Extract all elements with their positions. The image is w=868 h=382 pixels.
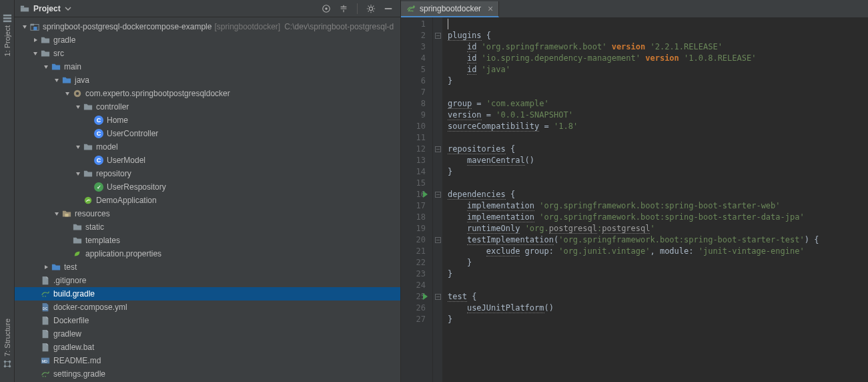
tree-demoapp[interactable]: DemoApplication <box>15 194 400 207</box>
code-line[interactable]: version = '0.0.1-SNAPSHOT' <box>448 110 868 121</box>
line-number[interactable]: 8 <box>404 98 426 110</box>
line-number[interactable]: 2 <box>404 30 426 41</box>
tree-package[interactable]: com.experto.springbootpostgresqldocker <box>15 87 400 100</box>
line-number[interactable]: 14 <box>404 166 426 178</box>
tree-main[interactable]: main <box>15 60 400 73</box>
chevron-down-icon[interactable] <box>65 5 71 12</box>
tree-gitignore[interactable]: .gitignore <box>15 274 400 287</box>
tree-resources[interactable]: resources <box>15 207 400 220</box>
tree-buildgradle[interactable]: build.gradle <box>15 287 400 301</box>
code-line[interactable] <box>448 178 868 189</box>
tree-dockerfile[interactable]: Dockerfile <box>15 314 400 327</box>
tree-java[interactable]: java <box>15 73 400 87</box>
editor-gutter[interactable]: 1234567891011121314151617181920212223242… <box>401 17 433 382</box>
hide-panel-button[interactable] <box>382 2 395 15</box>
line-number[interactable]: 5 <box>404 64 426 75</box>
select-opened-file-button[interactable] <box>320 2 333 15</box>
tree-usermodel[interactable]: CUserModel <box>15 154 400 167</box>
tree-test[interactable]: test <box>15 260 400 274</box>
code-line[interactable]: sourceCompatibility = '1.8' <box>448 121 868 132</box>
tree-gradle[interactable]: gradle <box>15 33 400 47</box>
collapse-all-button[interactable] <box>337 2 350 15</box>
code-line[interactable]: useJUnitPlatform() <box>448 303 868 314</box>
line-number[interactable]: 9 <box>404 110 426 121</box>
code-line[interactable]: id 'io.spring.dependency-management' ver… <box>448 53 868 64</box>
code-line[interactable]: test { <box>448 291 868 303</box>
code-line[interactable]: repositories { <box>448 144 868 155</box>
fold-cell[interactable] <box>433 189 442 200</box>
fold-cell[interactable] <box>433 234 442 246</box>
code-line[interactable]: id 'java' <box>448 64 868 75</box>
code-line[interactable]: runtimeOnly 'org.postgresql:postgresql' <box>448 223 868 234</box>
panel-settings-button[interactable] <box>364 2 378 15</box>
tree-static[interactable]: static <box>15 220 400 234</box>
code-line[interactable]: mavenCentral() <box>448 155 868 166</box>
line-number[interactable]: 12 <box>404 144 426 155</box>
line-number[interactable]: 7 <box>404 87 426 98</box>
fold-minus-icon[interactable] <box>435 146 441 152</box>
tree-controller[interactable]: controller <box>15 100 400 114</box>
code-line[interactable]: } <box>448 166 868 178</box>
line-number[interactable]: 23 <box>404 268 426 280</box>
tree-readme[interactable]: MDREADME.md <box>15 354 400 367</box>
code-line[interactable] <box>448 132 868 144</box>
run-gutter-icon[interactable] <box>423 293 428 300</box>
code-line[interactable]: id 'org.springframework.boot' version '2… <box>448 41 868 53</box>
code-line[interactable]: group = 'com.example' <box>448 98 868 110</box>
project-tree[interactable]: springboot-postgresql-dockercompose-exam… <box>15 17 400 382</box>
code-line[interactable]: } <box>448 75 868 87</box>
line-number[interactable]: 16 <box>404 189 426 200</box>
close-icon[interactable]: × <box>488 4 493 13</box>
fold-cell[interactable] <box>433 268 442 280</box>
line-number[interactable]: 4 <box>404 53 426 64</box>
line-number[interactable]: 6 <box>404 75 426 87</box>
code-line[interactable]: plugins { <box>448 30 868 41</box>
line-number[interactable]: 15 <box>404 178 426 189</box>
line-number[interactable]: 3 <box>404 41 426 53</box>
fold-minus-icon[interactable] <box>435 294 441 300</box>
tree-gradlew[interactable]: gradlew <box>15 327 400 341</box>
run-gutter-icon[interactable] <box>423 191 428 198</box>
line-number[interactable]: 21 <box>404 246 426 257</box>
fold-cell[interactable] <box>433 257 442 268</box>
left-stripe-structure-button[interactable]: 7: Structure <box>3 319 12 369</box>
fold-cell[interactable] <box>433 314 442 325</box>
fold-cell[interactable] <box>433 30 442 41</box>
line-number[interactable]: 24 <box>404 280 426 291</box>
line-number[interactable]: 19 <box>404 223 426 234</box>
line-number[interactable]: 13 <box>404 155 426 166</box>
code-line[interactable] <box>448 280 868 291</box>
tree-gradlewbat[interactable]: gradlew.bat <box>15 341 400 354</box>
left-stripe-project-button[interactable]: 1: Project <box>3 13 12 56</box>
tree-root[interactable]: springboot-postgresql-dockercompose-exam… <box>15 20 400 33</box>
fold-cell[interactable] <box>433 144 442 155</box>
line-number[interactable]: 17 <box>404 200 426 212</box>
fold-minus-icon[interactable] <box>435 192 441 198</box>
fold-cell[interactable] <box>433 166 442 178</box>
line-number[interactable]: 11 <box>404 132 426 144</box>
tree-settingsgradle[interactable]: settings.gradle <box>15 367 400 381</box>
line-number[interactable]: 18 <box>404 212 426 223</box>
tree-appprops[interactable]: application.properties <box>15 247 400 260</box>
tree-userrepository[interactable]: ✓UserRespository <box>15 180 400 194</box>
code-line[interactable]: testImplementation('org.springframework.… <box>448 234 868 246</box>
tree-templates[interactable]: templates <box>15 234 400 247</box>
code-line[interactable]: dependencies { <box>448 189 868 200</box>
code-line[interactable] <box>448 19 868 30</box>
line-number[interactable]: 25 <box>404 291 426 303</box>
editor-code[interactable]: plugins { id 'org.springframework.boot' … <box>442 17 868 382</box>
line-number[interactable]: 27 <box>404 314 426 325</box>
line-number[interactable]: 1 <box>404 19 426 30</box>
line-number[interactable]: 26 <box>404 303 426 314</box>
line-number[interactable]: 20 <box>404 234 426 246</box>
line-number[interactable]: 10 <box>404 121 426 132</box>
code-line[interactable]: implementation 'org.springframework.boot… <box>448 200 868 212</box>
fold-cell[interactable] <box>433 75 442 87</box>
line-number[interactable]: 22 <box>404 257 426 268</box>
code-line[interactable] <box>448 87 868 98</box>
code-line[interactable]: } <box>448 257 868 268</box>
tree-usercontroller[interactable]: CUserController <box>15 127 400 140</box>
fold-minus-icon[interactable] <box>435 33 441 39</box>
code-line[interactable]: exclude group: 'org.junit.vintage', modu… <box>448 246 868 257</box>
fold-cell[interactable] <box>433 291 442 303</box>
